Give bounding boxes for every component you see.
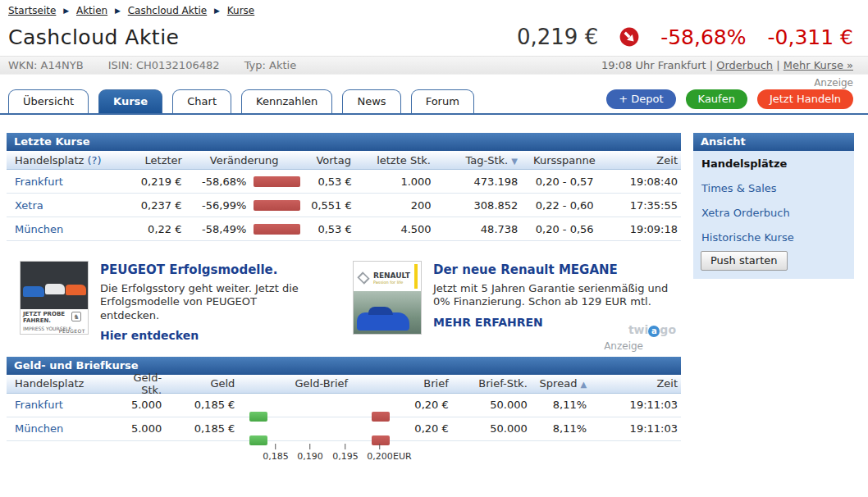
- handelsplatz-link[interactable]: Frankfurt: [15, 176, 63, 188]
- handelsplatz-link[interactable]: Frankfurt: [15, 399, 63, 411]
- col-tag-stk[interactable]: Tag-Stk.▼: [434, 154, 521, 166]
- handelsplatz-help-link[interactable]: (?): [88, 154, 102, 166]
- ad-section: JETZT PROBE FAHREN. IMPRESS YOURSELF ♞ P…: [20, 261, 681, 343]
- breadcrumb-link-aktien[interactable]: Aktien: [76, 5, 107, 16]
- scale-label: 0,200: [367, 451, 393, 462]
- peugeot-ad-headline[interactable]: PEUGEOT Erfolgsmodelle.: [100, 262, 315, 277]
- zeit-value: 19:09:18: [608, 223, 681, 235]
- geld-stk-value: 5.000: [112, 399, 165, 411]
- col-kursspanne: Kursspanne: [521, 154, 608, 166]
- scale-tick: [345, 444, 346, 449]
- renault-ad-headline[interactable]: Der neue Renault MEGANE: [433, 262, 671, 277]
- sidebar-item-times-sales[interactable]: Times & Sales: [693, 176, 854, 200]
- vortag-value: 0,53 €: [304, 176, 354, 188]
- trend-down-arrow-icon: [619, 27, 639, 47]
- scale-label: 0,195: [332, 451, 359, 462]
- price-scale: 0,185 0,190 0,195 0,200 EUR: [249, 444, 417, 472]
- peugeot-ad-body: Die Erfolgsstory geht weiter. Jetzt die …: [100, 282, 315, 322]
- table-row-xetra: Xetra 0,237 € -56,99% 0,551 € 200 308.85…: [7, 194, 681, 217]
- letzte-kurse-title: Letzte Kurse: [7, 133, 681, 151]
- peugeot-lion-logo-icon: ♞: [71, 312, 81, 321]
- scale-label: 0,190: [297, 451, 323, 462]
- scale-tick: [310, 444, 311, 449]
- letzte-stk-value: 4.500: [355, 223, 435, 235]
- zeit-value: 19:11:03: [590, 399, 681, 411]
- brief-stk-value: 50.000: [452, 399, 531, 411]
- mehr-kurse-link[interactable]: Mehr Kurse »: [783, 59, 853, 71]
- breadcrumb-link-kurse[interactable]: Kurse: [227, 5, 254, 16]
- geld-brief-header-row: Handelsplatz Geld-Stk. Geld Geld-Brief B…: [7, 375, 681, 394]
- change-percent: -58,68%: [660, 25, 746, 49]
- renault-ad-body: Jetzt mit 5 Jahren Garantie serienmäßig …: [433, 282, 671, 309]
- kaufen-button[interactable]: Kaufen: [686, 89, 747, 109]
- tab-forum[interactable]: Forum: [411, 89, 474, 113]
- anzeige-label-mid: Anzeige: [604, 340, 643, 352]
- zeit-value: 17:35:55: [608, 199, 681, 212]
- renault-img-tagline: Passion for life: [373, 280, 410, 285]
- tab-uebersicht[interactable]: Übersicht: [8, 89, 89, 113]
- sort-desc-icon: ▼: [511, 157, 518, 166]
- change-bar: [254, 200, 300, 211]
- price-block: 0,219 € -58,68% -0,311 €: [517, 25, 853, 49]
- peugeot-ad-cta-link[interactable]: Hier entdecken: [100, 329, 199, 342]
- peugeot-ad[interactable]: JETZT PROBE FAHREN. IMPRESS YOURSELF ♞ P…: [20, 261, 315, 343]
- tag-stk-value: 48.738: [435, 223, 522, 235]
- handelsplatz-link[interactable]: Xetra: [15, 199, 43, 212]
- letzter-value: 0,219 €: [116, 176, 185, 188]
- geld-stk-value: 5.000: [112, 422, 165, 435]
- table-row-frankfurt: Frankfurt 5.000 0,185 € 0,20 € 50.000 8,…: [7, 394, 681, 417]
- breadcrumb-link-startseite[interactable]: Startseite: [8, 5, 56, 16]
- renault-diamond-logo-icon: [357, 271, 369, 284]
- letzte-kurse-panel: Letzte Kurse Handelsplatz (?) Letzter Ve…: [7, 133, 681, 241]
- vortag-value: 0,53 €: [304, 223, 354, 235]
- orderbuch-link[interactable]: Orderbuch: [716, 59, 773, 71]
- spread-value: 8,11%: [531, 422, 590, 435]
- handelsplatz-link[interactable]: München: [15, 422, 63, 435]
- push-starten-button[interactable]: Push starten: [701, 251, 788, 271]
- sidebar-item-xetra-orderbuch[interactable]: Xetra Orderbuch: [693, 200, 854, 225]
- jetzt-handeln-button[interactable]: Jetzt Handeln: [757, 89, 853, 109]
- peugeot-ad-image[interactable]: JETZT PROBE FAHREN. IMPRESS YOURSELF ♞ P…: [20, 261, 89, 335]
- renault-ad-image[interactable]: RENAULT Passion for life: [353, 261, 422, 335]
- brief-value: 0,20 €: [404, 399, 451, 411]
- breadcrumb-separator-icon: ▶: [214, 7, 220, 15]
- ad-network-credit: twiago Anzeige: [604, 323, 676, 352]
- tab-kurse[interactable]: Kurse: [98, 89, 162, 113]
- brief-stk-value: 50.000: [452, 422, 531, 435]
- tab-kennzahlen[interactable]: Kennzahlen: [241, 89, 332, 113]
- letzter-value: 0,22 €: [116, 223, 185, 235]
- twiago-logo[interactable]: twiago: [604, 323, 676, 337]
- zeit-value: 19:08:40: [608, 176, 681, 188]
- vortag-value: 0,551 €: [304, 199, 354, 212]
- add-depot-button[interactable]: + Depot: [606, 89, 675, 109]
- current-price: 0,219 €: [517, 25, 598, 49]
- page-title: Cashcloud Aktie: [8, 25, 180, 49]
- breadcrumb-link-cashcloud[interactable]: Cashcloud Aktie: [128, 5, 207, 16]
- letzte-stk-value: 1.000: [355, 176, 435, 188]
- ansicht-sidebar: Ansicht Handelsplätze Times & Sales Xetr…: [693, 133, 854, 472]
- change-absolute: -0,311 €: [768, 25, 853, 49]
- sidebar-item-handelsplaetze[interactable]: Handelsplätze: [693, 151, 854, 176]
- page: Startseite ▶ Aktien ▶ Cashcloud Aktie ▶ …: [0, 0, 868, 497]
- tab-news[interactable]: News: [342, 89, 400, 113]
- change-bar: [254, 176, 300, 187]
- table-row-muenchen: München 0,22 € -58,49% 0,53 € 4.500 48.7…: [7, 217, 681, 241]
- col-letzte-stk: letzte Stk.: [354, 154, 434, 166]
- geld-value: 0,185 €: [165, 422, 238, 435]
- letzte-kurse-header-row: Handelsplatz (?) Letzter Veränderung Vor…: [7, 151, 681, 170]
- scale-unit: EUR: [393, 451, 412, 462]
- col-geld: Geld: [165, 377, 238, 390]
- kursspanne-value: 0,22 - 0,60: [521, 199, 608, 212]
- sidebar-item-historische-kurse[interactable]: Historische Kurse: [693, 225, 854, 249]
- instrument-infobar: WKN: A14NYB ISIN: CH0132106482 Typ: Akti…: [0, 56, 868, 75]
- isin-value: ISIN: CH0132106482: [108, 59, 220, 71]
- change-bar: [254, 224, 300, 235]
- col-spread[interactable]: Spread▲: [531, 377, 590, 390]
- renault-ad-cta-link[interactable]: MEHR ERFAHREN: [433, 316, 543, 329]
- change-value: -58,49%: [188, 223, 246, 235]
- handelsplatz-link[interactable]: München: [15, 223, 63, 235]
- col-geld-stk: Geld-Stk.: [112, 372, 165, 396]
- col-brief: Brief: [404, 377, 451, 390]
- tab-chart[interactable]: Chart: [172, 89, 231, 113]
- geld-value: 0,185 €: [165, 399, 238, 411]
